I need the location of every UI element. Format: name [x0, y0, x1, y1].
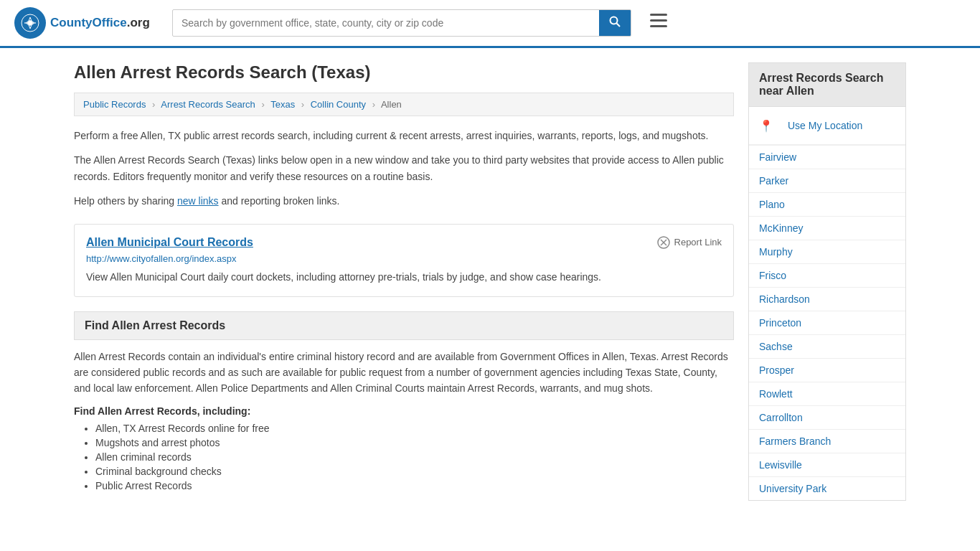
record-card-header: Allen Municipal Court Records Report Lin… — [86, 236, 722, 249]
sidebar-link-prosper[interactable]: Prosper — [749, 359, 905, 382]
find-section-body: Allen Arrest Records contain an individu… — [74, 349, 734, 397]
sidebar-item-farmers-branch: Farmers Branch — [749, 430, 905, 453]
svg-rect-7 — [650, 25, 667, 27]
sidebar-link-rowlett[interactable]: Rowlett — [749, 382, 905, 405]
sidebar-use-location: 📍 Use My Location — [749, 107, 905, 146]
sidebar-link-carrollton[interactable]: Carrollton — [749, 406, 905, 429]
breadcrumb-collin-county[interactable]: Collin County — [311, 99, 366, 110]
list-item: Public Arrest Records — [95, 480, 734, 491]
sidebar-item-fairview: Fairview — [749, 146, 905, 169]
sidebar-link-lewisville[interactable]: Lewisville — [749, 453, 905, 476]
sidebar-item-parker: Parker — [749, 169, 905, 193]
sidebar-link-frisco[interactable]: Frisco — [749, 264, 905, 287]
sidebar: Arrest Records Search near Allen 📍 Use M… — [748, 62, 906, 501]
breadcrumb-sep-1: › — [152, 99, 155, 110]
sidebar-link-sachse[interactable]: Sachse — [749, 335, 905, 358]
svg-line-4 — [617, 24, 621, 27]
description-para3: Help others by sharing new links and rep… — [74, 193, 734, 209]
sidebar-item-university-park: University Park — [749, 477, 905, 500]
desc-para3-suffix: and reporting broken links. — [219, 195, 340, 207]
report-link-button[interactable]: Report Link — [657, 236, 722, 249]
logo-text: CountyOffice.org — [50, 16, 150, 30]
logo-icon — [14, 7, 46, 39]
main-container: Allen Arrest Records Search (Texas) Publ… — [60, 48, 920, 515]
breadcrumb-arrest-records-search[interactable]: Arrest Records Search — [161, 99, 255, 110]
sidebar-title: Arrest Records Search near Allen — [748, 62, 906, 107]
sidebar-item-murphy: Murphy — [749, 240, 905, 264]
sidebar-link-plano[interactable]: Plano — [749, 193, 905, 216]
sidebar-link-murphy[interactable]: Murphy — [749, 240, 905, 263]
breadcrumb-sep-2: › — [261, 99, 264, 110]
desc-para3-prefix: Help others by sharing — [74, 195, 177, 207]
sidebar-item-carrollton: Carrollton — [749, 406, 905, 430]
sidebar-list: 📍 Use My Location Fairview Parker Plano … — [748, 107, 906, 501]
sidebar-link-richardson[interactable]: Richardson — [749, 288, 905, 311]
search-bar — [172, 9, 631, 37]
sidebar-item-rowlett: Rowlett — [749, 382, 905, 406]
search-button[interactable] — [599, 10, 631, 36]
description-para1: Perform a free Allen, TX public arrest r… — [74, 128, 734, 143]
find-section-list: Allen, TX Arrest Records online for free… — [74, 423, 734, 491]
record-card: Allen Municipal Court Records Report Lin… — [74, 224, 734, 297]
sidebar-item-princeton: Princeton — [749, 311, 905, 335]
breadcrumb-allen: Allen — [381, 99, 402, 110]
use-my-location-link[interactable]: Use My Location — [778, 114, 872, 137]
site-logo[interactable]: CountyOffice.org — [14, 7, 158, 39]
breadcrumb-sep-4: › — [372, 99, 375, 110]
sidebar-item-frisco: Frisco — [749, 264, 905, 288]
sidebar-item-prosper: Prosper — [749, 359, 905, 382]
search-input[interactable] — [173, 11, 599, 34]
breadcrumb-texas[interactable]: Texas — [270, 99, 295, 110]
find-section-header: Find Allen Arrest Records — [74, 311, 734, 340]
sidebar-item-mckinney: McKinney — [749, 217, 905, 240]
breadcrumb: Public Records › Arrest Records Search ›… — [74, 93, 734, 116]
find-section-including-label: Find Allen Arrest Records, including: — [74, 405, 734, 417]
report-link-label: Report Link — [674, 237, 722, 248]
sidebar-link-princeton[interactable]: Princeton — [749, 311, 905, 334]
list-item: Allen criminal records — [95, 451, 734, 463]
sidebar-link-mckinney[interactable]: McKinney — [749, 217, 905, 240]
svg-rect-6 — [650, 19, 667, 22]
breadcrumb-sep-3: › — [301, 99, 304, 110]
svg-point-3 — [611, 17, 618, 24]
sidebar-link-parker[interactable]: Parker — [749, 169, 905, 192]
svg-rect-5 — [650, 14, 667, 16]
site-header: CountyOffice.org — [0, 0, 980, 48]
record-url: http://www.cityofallen.org/index.aspx — [86, 253, 722, 264]
sidebar-link-farmers-branch[interactable]: Farmers Branch — [749, 430, 905, 453]
content-area: Allen Arrest Records Search (Texas) Publ… — [74, 62, 734, 501]
description-para2: The Allen Arrest Records Search (Texas) … — [74, 152, 734, 184]
record-title-link[interactable]: Allen Municipal Court Records — [86, 236, 253, 249]
report-icon — [657, 236, 670, 249]
sidebar-item-plano: Plano — [749, 193, 905, 217]
record-description: View Allen Municipal Court daily court d… — [86, 270, 722, 285]
breadcrumb-public-records[interactable]: Public Records — [83, 99, 146, 110]
list-item: Mugshots and arrest photos — [95, 437, 734, 448]
sidebar-link-fairview[interactable]: Fairview — [749, 146, 905, 169]
sidebar-item-richardson: Richardson — [749, 288, 905, 311]
list-item: Allen, TX Arrest Records online for free — [95, 423, 734, 434]
list-item: Criminal background checks — [95, 466, 734, 477]
pin-icon: 📍 — [759, 119, 773, 133]
new-links-link[interactable]: new links — [177, 195, 219, 207]
sidebar-item-sachse: Sachse — [749, 335, 905, 359]
sidebar-link-university-park[interactable]: University Park — [749, 477, 905, 500]
hamburger-menu-button[interactable] — [646, 9, 672, 37]
sidebar-item-lewisville: Lewisville — [749, 453, 905, 477]
page-title: Allen Arrest Records Search (Texas) — [74, 62, 734, 83]
